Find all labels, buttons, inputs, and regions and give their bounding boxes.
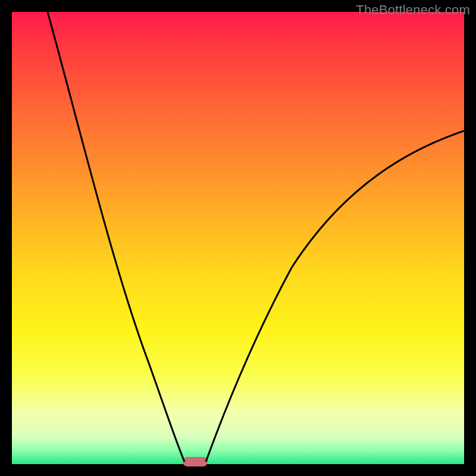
curve-right bbox=[206, 131, 464, 462]
bottleneck-curve bbox=[12, 12, 464, 464]
plot-area bbox=[12, 12, 464, 464]
chart-frame: TheBottleneck.com bbox=[0, 0, 476, 476]
watermark-text: TheBottleneck.com bbox=[356, 2, 470, 18]
curve-left bbox=[48, 12, 184, 462]
